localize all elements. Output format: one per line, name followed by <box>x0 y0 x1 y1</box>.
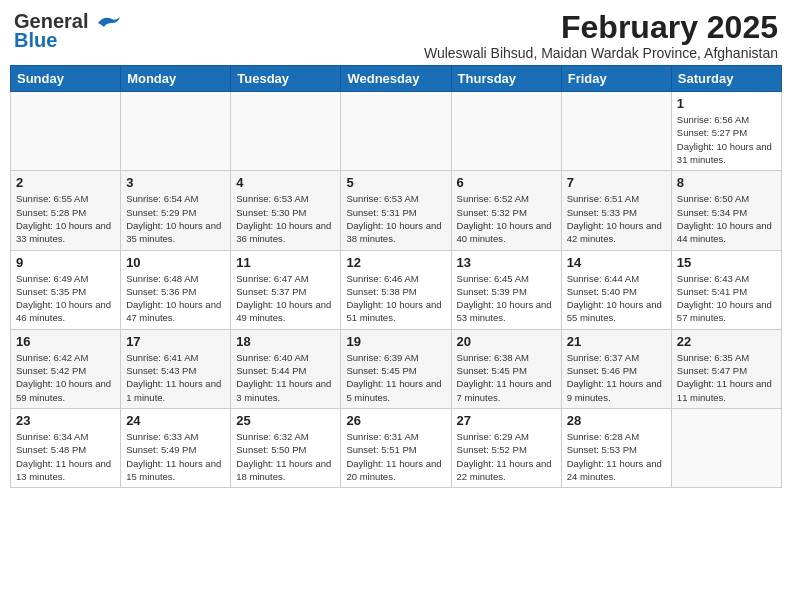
calendar-cell: 8Sunrise: 6:50 AM Sunset: 5:34 PM Daylig… <box>671 171 781 250</box>
day-number: 15 <box>677 255 776 270</box>
calendar-cell: 2Sunrise: 6:55 AM Sunset: 5:28 PM Daylig… <box>11 171 121 250</box>
location-subtitle: Wuleswali Bihsud, Maidan Wardak Province… <box>424 45 778 61</box>
day-info: Sunrise: 6:55 AM Sunset: 5:28 PM Dayligh… <box>16 192 115 245</box>
day-number: 2 <box>16 175 115 190</box>
day-info: Sunrise: 6:42 AM Sunset: 5:42 PM Dayligh… <box>16 351 115 404</box>
calendar-cell: 13Sunrise: 6:45 AM Sunset: 5:39 PM Dayli… <box>451 250 561 329</box>
day-info: Sunrise: 6:34 AM Sunset: 5:48 PM Dayligh… <box>16 430 115 483</box>
day-number: 10 <box>126 255 225 270</box>
day-info: Sunrise: 6:31 AM Sunset: 5:51 PM Dayligh… <box>346 430 445 483</box>
day-info: Sunrise: 6:41 AM Sunset: 5:43 PM Dayligh… <box>126 351 225 404</box>
calendar-cell: 28Sunrise: 6:28 AM Sunset: 5:53 PM Dayli… <box>561 408 671 487</box>
calendar-cell <box>341 92 451 171</box>
day-info: Sunrise: 6:38 AM Sunset: 5:45 PM Dayligh… <box>457 351 556 404</box>
day-info: Sunrise: 6:33 AM Sunset: 5:49 PM Dayligh… <box>126 430 225 483</box>
day-info: Sunrise: 6:53 AM Sunset: 5:31 PM Dayligh… <box>346 192 445 245</box>
day-info: Sunrise: 6:48 AM Sunset: 5:36 PM Dayligh… <box>126 272 225 325</box>
calendar-cell: 9Sunrise: 6:49 AM Sunset: 5:35 PM Daylig… <box>11 250 121 329</box>
calendar-cell <box>231 92 341 171</box>
day-info: Sunrise: 6:37 AM Sunset: 5:46 PM Dayligh… <box>567 351 666 404</box>
day-number: 16 <box>16 334 115 349</box>
day-number: 25 <box>236 413 335 428</box>
calendar-cell: 14Sunrise: 6:44 AM Sunset: 5:40 PM Dayli… <box>561 250 671 329</box>
calendar-cell <box>11 92 121 171</box>
calendar-cell: 3Sunrise: 6:54 AM Sunset: 5:29 PM Daylig… <box>121 171 231 250</box>
day-number: 21 <box>567 334 666 349</box>
calendar-cell: 11Sunrise: 6:47 AM Sunset: 5:37 PM Dayli… <box>231 250 341 329</box>
calendar-cell <box>451 92 561 171</box>
calendar-cell: 20Sunrise: 6:38 AM Sunset: 5:45 PM Dayli… <box>451 329 561 408</box>
day-number: 26 <box>346 413 445 428</box>
calendar-cell <box>121 92 231 171</box>
day-number: 1 <box>677 96 776 111</box>
day-number: 17 <box>126 334 225 349</box>
calendar-cell: 24Sunrise: 6:33 AM Sunset: 5:49 PM Dayli… <box>121 408 231 487</box>
day-info: Sunrise: 6:52 AM Sunset: 5:32 PM Dayligh… <box>457 192 556 245</box>
calendar-cell: 6Sunrise: 6:52 AM Sunset: 5:32 PM Daylig… <box>451 171 561 250</box>
day-info: Sunrise: 6:53 AM Sunset: 5:30 PM Dayligh… <box>236 192 335 245</box>
calendar-cell: 12Sunrise: 6:46 AM Sunset: 5:38 PM Dayli… <box>341 250 451 329</box>
day-info: Sunrise: 6:49 AM Sunset: 5:35 PM Dayligh… <box>16 272 115 325</box>
day-info: Sunrise: 6:39 AM Sunset: 5:45 PM Dayligh… <box>346 351 445 404</box>
month-title: February 2025 <box>424 10 778 45</box>
page-header: General Blue February 2025 Wuleswali Bih… <box>10 10 782 61</box>
calendar-cell: 19Sunrise: 6:39 AM Sunset: 5:45 PM Dayli… <box>341 329 451 408</box>
calendar-cell: 26Sunrise: 6:31 AM Sunset: 5:51 PM Dayli… <box>341 408 451 487</box>
logo-bird-icon <box>94 13 122 33</box>
calendar-cell: 4Sunrise: 6:53 AM Sunset: 5:30 PM Daylig… <box>231 171 341 250</box>
day-number: 22 <box>677 334 776 349</box>
weekday-header-friday: Friday <box>561 66 671 92</box>
calendar-cell: 1Sunrise: 6:56 AM Sunset: 5:27 PM Daylig… <box>671 92 781 171</box>
calendar-cell: 22Sunrise: 6:35 AM Sunset: 5:47 PM Dayli… <box>671 329 781 408</box>
day-number: 3 <box>126 175 225 190</box>
calendar-week-row: 23Sunrise: 6:34 AM Sunset: 5:48 PM Dayli… <box>11 408 782 487</box>
calendar-week-row: 9Sunrise: 6:49 AM Sunset: 5:35 PM Daylig… <box>11 250 782 329</box>
weekday-header-monday: Monday <box>121 66 231 92</box>
day-number: 12 <box>346 255 445 270</box>
day-info: Sunrise: 6:32 AM Sunset: 5:50 PM Dayligh… <box>236 430 335 483</box>
day-info: Sunrise: 6:40 AM Sunset: 5:44 PM Dayligh… <box>236 351 335 404</box>
calendar-cell: 10Sunrise: 6:48 AM Sunset: 5:36 PM Dayli… <box>121 250 231 329</box>
calendar-cell: 15Sunrise: 6:43 AM Sunset: 5:41 PM Dayli… <box>671 250 781 329</box>
day-info: Sunrise: 6:45 AM Sunset: 5:39 PM Dayligh… <box>457 272 556 325</box>
calendar-cell <box>561 92 671 171</box>
title-area: February 2025 Wuleswali Bihsud, Maidan W… <box>424 10 778 61</box>
day-info: Sunrise: 6:28 AM Sunset: 5:53 PM Dayligh… <box>567 430 666 483</box>
day-info: Sunrise: 6:56 AM Sunset: 5:27 PM Dayligh… <box>677 113 776 166</box>
day-info: Sunrise: 6:29 AM Sunset: 5:52 PM Dayligh… <box>457 430 556 483</box>
calendar-cell: 25Sunrise: 6:32 AM Sunset: 5:50 PM Dayli… <box>231 408 341 487</box>
day-number: 27 <box>457 413 556 428</box>
day-number: 20 <box>457 334 556 349</box>
logo: General Blue <box>14 10 122 52</box>
calendar-table: SundayMondayTuesdayWednesdayThursdayFrid… <box>10 65 782 488</box>
calendar-cell: 7Sunrise: 6:51 AM Sunset: 5:33 PM Daylig… <box>561 171 671 250</box>
weekday-header-thursday: Thursday <box>451 66 561 92</box>
day-info: Sunrise: 6:47 AM Sunset: 5:37 PM Dayligh… <box>236 272 335 325</box>
calendar-cell: 5Sunrise: 6:53 AM Sunset: 5:31 PM Daylig… <box>341 171 451 250</box>
weekday-header-sunday: Sunday <box>11 66 121 92</box>
weekday-header-tuesday: Tuesday <box>231 66 341 92</box>
weekday-header-saturday: Saturday <box>671 66 781 92</box>
calendar-week-row: 2Sunrise: 6:55 AM Sunset: 5:28 PM Daylig… <box>11 171 782 250</box>
calendar-cell: 18Sunrise: 6:40 AM Sunset: 5:44 PM Dayli… <box>231 329 341 408</box>
day-info: Sunrise: 6:50 AM Sunset: 5:34 PM Dayligh… <box>677 192 776 245</box>
day-number: 7 <box>567 175 666 190</box>
logo-blue-text: Blue <box>14 29 57 52</box>
calendar-week-row: 1Sunrise: 6:56 AM Sunset: 5:27 PM Daylig… <box>11 92 782 171</box>
day-info: Sunrise: 6:35 AM Sunset: 5:47 PM Dayligh… <box>677 351 776 404</box>
day-number: 14 <box>567 255 666 270</box>
day-number: 28 <box>567 413 666 428</box>
calendar-cell: 16Sunrise: 6:42 AM Sunset: 5:42 PM Dayli… <box>11 329 121 408</box>
calendar-cell: 23Sunrise: 6:34 AM Sunset: 5:48 PM Dayli… <box>11 408 121 487</box>
calendar-cell: 21Sunrise: 6:37 AM Sunset: 5:46 PM Dayli… <box>561 329 671 408</box>
day-number: 11 <box>236 255 335 270</box>
day-info: Sunrise: 6:44 AM Sunset: 5:40 PM Dayligh… <box>567 272 666 325</box>
day-number: 18 <box>236 334 335 349</box>
day-number: 5 <box>346 175 445 190</box>
calendar-week-row: 16Sunrise: 6:42 AM Sunset: 5:42 PM Dayli… <box>11 329 782 408</box>
day-info: Sunrise: 6:43 AM Sunset: 5:41 PM Dayligh… <box>677 272 776 325</box>
calendar-cell <box>671 408 781 487</box>
day-number: 6 <box>457 175 556 190</box>
calendar-cell: 17Sunrise: 6:41 AM Sunset: 5:43 PM Dayli… <box>121 329 231 408</box>
weekday-header-wednesday: Wednesday <box>341 66 451 92</box>
